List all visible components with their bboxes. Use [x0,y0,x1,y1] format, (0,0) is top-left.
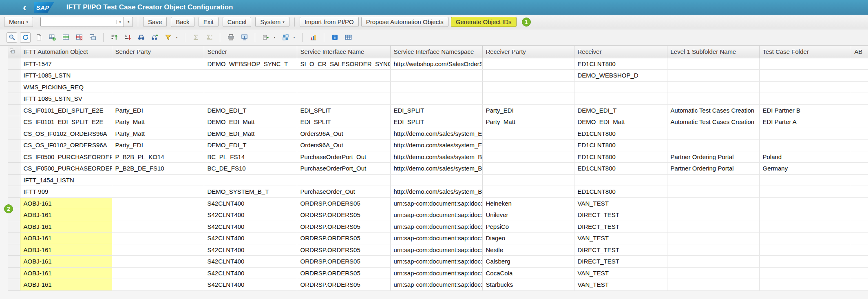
grid-cell[interactable]: VAN_TEST [574,267,667,279]
exit-button[interactable]: Exit [199,17,219,27]
propose-automation-objects-button[interactable]: Propose Automation Objects [361,17,448,27]
grid-cell[interactable] [851,70,868,82]
grid-cell[interactable]: AOBJ-161 [20,267,112,279]
grid-cell[interactable]: ORDRSP.ORDERS05 [297,244,390,256]
grid-cell[interactable]: ORDRSP.ORDERS05 [297,233,390,244]
grid-cell[interactable]: PurchaseOrderPort_Out [297,151,390,163]
grid-cell[interactable] [574,93,667,105]
grid-cell[interactable]: http://demo.com/sales/system_B/I... [390,151,482,163]
grid-cell[interactable]: ED1CLNT800 [574,186,667,198]
row-selector[interactable] [8,174,20,186]
grid-cell[interactable] [482,140,574,151]
grid-cell[interactable]: S42CLNT400 [204,279,297,291]
grid-cell[interactable]: DEMO_EDI_T [204,140,297,151]
grid-cell[interactable] [204,93,297,105]
grid-cell[interactable] [112,221,204,233]
grid-cell[interactable]: BC_DE_FS10 [204,163,297,175]
grid-cell[interactable]: http://demo.com/sales/system_ED... [390,140,482,151]
layout-menu-caret[interactable]: ▾ [292,32,297,43]
grid-cell[interactable]: Automatic Test Cases Creation [667,116,759,128]
grid-cell[interactable]: AOBJ-161 [20,256,112,268]
grid-cell[interactable] [851,104,868,116]
grid-cell[interactable]: VAN_TEST [574,279,667,291]
duplicate-row-button[interactable] [87,32,98,43]
grid-cell[interactable]: urn:sap-com:document:sap:idoc:... [390,244,482,256]
row-selector[interactable] [8,267,20,279]
grid-cell[interactable] [851,174,868,186]
row-selector[interactable] [8,93,20,105]
grid-cell[interactable]: urn:sap-com:document:sap:idoc:... [390,197,482,209]
grid-cell[interactable] [667,197,759,209]
grid-cell[interactable]: http://demo.com/sales/system_B/I... [390,186,482,198]
command-dropdown-icon[interactable]: ▾ [116,20,124,24]
views-button[interactable] [239,32,250,43]
grid-cell[interactable]: ORDRSP.ORDERS05 [297,197,390,209]
grid-cell[interactable]: Heineken [482,197,574,209]
grid-cell[interactable] [482,174,574,186]
grid-cell[interactable] [851,151,868,163]
grid-cell[interactable] [112,70,204,82]
grid-cell[interactable] [482,58,574,70]
grid-cell[interactable]: S42CLNT400 [204,244,297,256]
column-header-10[interactable]: AB [851,46,868,58]
grid-cell[interactable] [759,209,851,221]
grid-cell[interactable]: EDI_SPLIT [390,104,482,116]
grid-cell[interactable]: urn:sap-com:document:sap:idoc:... [390,233,482,244]
grid-cell[interactable]: CS_IF0101_EDI_SPLIT_E2E [20,104,112,116]
find-next-button[interactable] [149,32,160,43]
grid-cell[interactable] [390,174,482,186]
system-button[interactable]: System ▾ [255,17,289,27]
grid-cell[interactable] [759,186,851,198]
grid-cell[interactable]: IFTT-1547 [20,58,112,70]
grid-cell[interactable] [759,140,851,151]
grid-cell[interactable]: S42CLNT400 [204,267,297,279]
sort-descending-button[interactable] [122,32,133,43]
grid-cell[interactable] [759,58,851,70]
grid-cell[interactable] [759,128,851,140]
row-selector[interactable] [8,163,20,175]
grid-cell[interactable]: S42CLNT400 [204,197,297,209]
grid-cell[interactable] [112,174,204,186]
grid-cell[interactable]: ORDRSP.ORDERS05 [297,209,390,221]
grid-cell[interactable] [574,174,667,186]
grid-cell[interactable] [390,93,482,105]
create-entry-button[interactable] [33,32,44,43]
export-menu-caret[interactable]: ▾ [272,32,277,43]
refresh-button[interactable] [20,32,31,43]
grid-cell[interactable] [112,58,204,70]
info-button[interactable] [329,32,340,43]
grid-cell[interactable] [297,70,390,82]
grid-cell[interactable]: DEMO_EDI_Matt [204,128,297,140]
grid-cell[interactable] [851,81,868,93]
grid-cell[interactable] [851,58,868,70]
menu-button[interactable]: Menu ▾ [4,17,33,27]
grid-cell[interactable] [759,70,851,82]
grid-cell[interactable] [851,93,868,105]
grid-cell[interactable] [112,244,204,256]
column-header-7[interactable]: Receiver [574,46,667,58]
grid-cell[interactable]: DIRECT_TEST [574,256,667,268]
append-row-button[interactable] [47,32,57,43]
grid-cell[interactable] [667,186,759,198]
back-icon[interactable]: ‹ [23,2,27,13]
grid-cell[interactable] [297,93,390,105]
grid-cell[interactable]: Party_EDI [482,104,574,116]
set-filter-button[interactable] [163,32,173,43]
choose-detail-button[interactable] [7,32,17,43]
grid-cell[interactable] [667,128,759,140]
grid-cell[interactable]: DEMO_EDI_T [204,104,297,116]
grid-cell[interactable]: DIRECT_TEST [574,221,667,233]
grid-cell[interactable] [667,233,759,244]
grid-cell[interactable] [482,81,574,93]
grid-cell[interactable]: Poland [759,151,851,163]
grid-cell[interactable] [204,70,297,82]
grid-cell[interactable]: ORDRSP.ORDERS05 [297,221,390,233]
grid-cell[interactable]: IFTT-1085_LSTN_SV [20,93,112,105]
grid-cell[interactable]: PepsiCo [482,221,574,233]
grid-cell[interactable] [482,128,574,140]
column-header-1[interactable]: IFTT Automation Object [20,46,112,58]
back-button[interactable]: Back [171,17,194,27]
row-selector[interactable] [8,140,20,151]
grid-cell[interactable]: ORDRSP.ORDERS05 [297,267,390,279]
row-selector[interactable] [8,151,20,163]
